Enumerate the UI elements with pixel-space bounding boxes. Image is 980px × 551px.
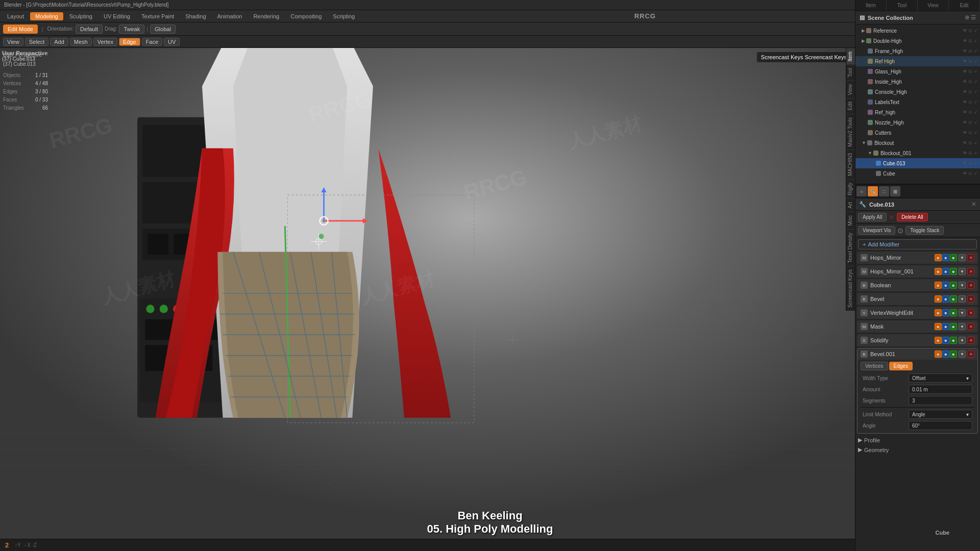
tab-animation[interactable]: Animation: [212, 12, 248, 20]
segments-input[interactable]: 3: [909, 396, 972, 405]
props-tab-particles[interactable]: ∷: [879, 186, 889, 196]
tab-sculpting[interactable]: Sculpting: [64, 12, 97, 20]
ctrl-vis[interactable]: ▼: [959, 323, 966, 330]
add-modifier-btn[interactable]: + Add Modifier: [858, 239, 977, 249]
ctrl-blue[interactable]: ■: [942, 337, 949, 344]
ctrl-close[interactable]: ✕: [967, 254, 974, 261]
ctrl-vis[interactable]: ▼: [959, 295, 966, 303]
ctrl-orange[interactable]: ■: [935, 282, 942, 289]
ctrl-vis[interactable]: ▼: [959, 337, 966, 344]
ctrl-green[interactable]: ■: [950, 309, 957, 316]
ctrl-blue[interactable]: ■: [942, 323, 949, 330]
amount-input[interactable]: 0.01 m: [909, 385, 972, 394]
ctrl-close[interactable]: ✕: [967, 309, 974, 316]
tab-shading[interactable]: Shading: [180, 12, 211, 20]
ctrl-orange[interactable]: ■: [935, 323, 942, 330]
sc-item-frame-high[interactable]: Frame_High 👁 ⊙ ✓: [855, 46, 980, 56]
orientation-btn[interactable]: Default: [76, 24, 103, 34]
modifier-bevel-001-header[interactable]: B Bevel.001 ■ ■ ■ ▼ ✕: [857, 348, 977, 360]
ctrl-vis[interactable]: ▼: [959, 254, 966, 261]
view-btn[interactable]: View: [3, 38, 23, 46]
vertex-btn[interactable]: Vertex: [93, 38, 117, 46]
sc-item-glass-high[interactable]: Glass_High 👁 ⊙ ✓: [855, 66, 980, 77]
modifier-boolean-header[interactable]: B Boolean ■ ■ ■ ▼ ✕: [857, 280, 977, 291]
sc-item-ref-high-lower[interactable]: Ref_high 👁 ⊙ ✓: [855, 107, 980, 117]
delete-all-btn[interactable]: Delete All: [897, 213, 927, 221]
add-btn[interactable]: Add: [50, 38, 68, 46]
sc-item-blockout-001[interactable]: ▼ Blockout_001 👁 ⊙ ✓: [855, 148, 980, 158]
select-btn[interactable]: Select: [25, 38, 49, 46]
vtab-texel-density[interactable]: Texel Density: [846, 229, 855, 266]
tab-modeling[interactable]: Modeling: [30, 12, 63, 20]
tab-rendering[interactable]: Rendering: [248, 12, 284, 20]
vis-icon[interactable]: ⊙: [897, 227, 903, 235]
vtab-art[interactable]: Art: [846, 198, 855, 212]
sc-filter-icon[interactable]: ⊕ ☰: [965, 14, 976, 21]
toggle-stack-btn[interactable]: Toggle Stack: [905, 226, 944, 235]
vtab-edit[interactable]: Edit: [846, 98, 855, 113]
close-apply-btn[interactable]: ✕: [889, 213, 895, 221]
geometry-section-toggle[interactable]: ▶ Geometry: [855, 445, 980, 455]
tab-texture-paint[interactable]: Texture Paint: [136, 12, 179, 20]
modifier-bevel-header[interactable]: B Bevel ■ ■ ■ ▼ ✕: [857, 293, 977, 305]
modifier-mask-header[interactable]: M Mask ■ ■ ■ ▼ ✕: [857, 321, 977, 332]
vtab-maxiv2tools[interactable]: Maxiv2 Tools: [846, 114, 855, 150]
ctrl-green[interactable]: ■: [950, 282, 957, 289]
sc-item-cutters[interactable]: Cutters 👁 ⊙ ✓: [855, 128, 980, 138]
ctrl-green[interactable]: ■: [950, 350, 957, 358]
vtab-misc[interactable]: Misc: [846, 212, 855, 229]
modifier-vwe-header[interactable]: V VertexWeightEdit ■ ■ ■ ▼ ✕: [857, 307, 977, 318]
sc-item-double-high[interactable]: ▶ Double-High 👁 ⊙ ✓: [855, 36, 980, 46]
bevel-tab-vertices[interactable]: Vertices: [861, 362, 888, 370]
ctrl-blue[interactable]: ■: [942, 309, 949, 316]
sc-item-reference[interactable]: ▶ Reference 👁 ⊙ ✓: [855, 26, 980, 36]
ctrl-orange[interactable]: ■: [935, 268, 942, 275]
ctrl-close[interactable]: ✕: [967, 282, 974, 289]
sc-item-inside-high[interactable]: Inside_High 👁 ⊙ ✓: [855, 77, 980, 87]
sc-item-cube-013[interactable]: Cube.013 👁 ⊙ ✓: [855, 158, 980, 168]
ctrl-orange[interactable]: ■: [935, 295, 942, 303]
limit-method-dropdown[interactable]: Angle ▾: [909, 410, 972, 419]
ctrl-close[interactable]: ✕: [967, 295, 974, 303]
width-type-dropdown[interactable]: Offset ▾: [909, 373, 972, 383]
vtab-view[interactable]: View: [846, 81, 855, 98]
modifier-solidify-header[interactable]: S Solidify ■ ■ ■ ▼ ✕: [857, 335, 977, 346]
props-tab-modifier[interactable]: 🔧: [868, 186, 878, 196]
ctrl-blue[interactable]: ■: [942, 254, 949, 261]
sc-item-ref-high[interactable]: Ref High 👁 ⊙ ✓: [855, 56, 980, 66]
edge-btn[interactable]: Edge: [119, 38, 140, 46]
sidebar-tab-item[interactable]: Item: [855, 0, 887, 11]
sidebar-tab-edit[interactable]: Edit: [949, 0, 980, 11]
ctrl-close[interactable]: ✕: [967, 323, 974, 330]
face-btn[interactable]: Face: [142, 38, 162, 46]
sidebar-tab-tool[interactable]: Tool: [887, 0, 918, 11]
sc-item-cube[interactable]: Cube 👁 ⊙ ✓: [855, 168, 980, 179]
ctrl-green[interactable]: ■: [950, 254, 957, 261]
ctrl-blue[interactable]: ■: [942, 350, 949, 358]
vtab-machin3[interactable]: MACHIN3: [846, 149, 855, 179]
ctrl-blue[interactable]: ■: [942, 282, 949, 289]
ctrl-green[interactable]: ■: [950, 268, 957, 275]
ctrl-orange[interactable]: ■: [935, 350, 942, 358]
apply-all-btn[interactable]: Apply All: [858, 213, 887, 221]
drag-btn[interactable]: Tweak: [119, 24, 144, 34]
vtab-tool[interactable]: Tool: [846, 64, 855, 80]
tab-scripting[interactable]: Scripting: [328, 12, 360, 20]
sc-item-blockout[interactable]: ▼ Blockout 👁 ⊙ ✓: [855, 138, 980, 148]
sidebar-tab-view[interactable]: View: [918, 0, 949, 11]
ctrl-green[interactable]: ■: [950, 337, 957, 344]
main-viewport[interactable]: RRCG RRCG RRCG 人人素材 人人素材 人人素材 Screencast…: [0, 48, 855, 539]
sc-item-labels-text[interactable]: LabelsText 👁 ⊙ ✓: [855, 97, 980, 107]
edit-mode-btn[interactable]: Edit Mode: [3, 24, 38, 34]
ctrl-vis[interactable]: ▼: [959, 309, 966, 316]
tab-compositing[interactable]: Compositing: [285, 12, 327, 20]
profile-section-toggle[interactable]: ▶ Profile: [855, 435, 980, 445]
ctrl-vis[interactable]: ▼: [959, 350, 966, 358]
ctrl-orange[interactable]: ■: [935, 254, 942, 261]
tab-uv-editing[interactable]: UV Editing: [99, 12, 135, 20]
modifier-hops-mirror-001-header[interactable]: M Hops_Mirror_001 ■ ■ ■ ▼ ✕: [857, 266, 977, 277]
props-tab-physics[interactable]: ⊞: [890, 186, 900, 196]
tab-layout[interactable]: Layout: [2, 12, 29, 20]
ctrl-blue[interactable]: ■: [942, 295, 949, 303]
bevel-tab-edges[interactable]: Edges: [889, 362, 913, 370]
